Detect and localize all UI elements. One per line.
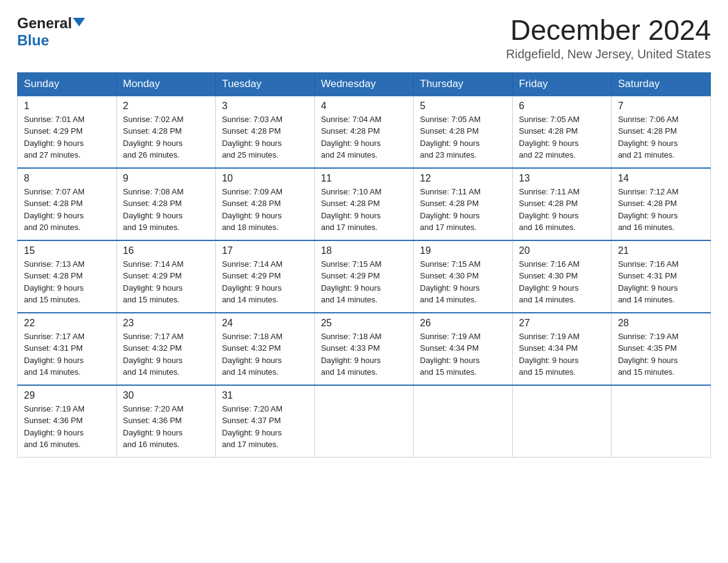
calendar-cell: 1Sunrise: 7:01 AMSunset: 4:29 PMDaylight… [18,96,117,168]
daylight-minutes: and 22 minutes. [519,150,576,159]
day-info: Sunrise: 7:19 AMSunset: 4:36 PMDaylight:… [24,403,110,451]
sunset-label: Sunset: 4:37 PM [222,416,281,425]
sunset-label: Sunset: 4:33 PM [321,343,380,353]
day-info: Sunrise: 7:15 AMSunset: 4:30 PMDaylight:… [420,258,506,306]
day-number: 7 [618,101,704,112]
calendar-cell [314,385,414,458]
sunset-label: Sunset: 4:34 PM [519,343,578,353]
day-info: Sunrise: 7:11 AMSunset: 4:28 PMDaylight:… [420,186,506,234]
day-info: Sunrise: 7:05 AMSunset: 4:28 PMDaylight:… [519,113,605,161]
calendar-cell: 6Sunrise: 7:05 AMSunset: 4:28 PMDaylight… [512,96,612,168]
sunset-label: Sunset: 4:28 PM [24,199,83,208]
daylight-label: Daylight: 9 hours [519,283,579,293]
title-block: December 2024 Ridgefield, New Jersey, Un… [506,15,711,61]
calendar-cell: 23Sunrise: 7:17 AMSunset: 4:32 PMDayligh… [116,313,216,385]
sunrise-label: Sunrise: 7:04 AM [321,115,382,124]
day-info: Sunrise: 7:19 AMSunset: 4:35 PMDaylight:… [618,331,704,378]
day-info: Sunrise: 7:08 AMSunset: 4:28 PMDaylight:… [123,186,210,234]
day-number: 12 [420,173,506,184]
calendar-week-row: 29Sunrise: 7:19 AMSunset: 4:36 PMDayligh… [18,385,711,458]
calendar-week-row: 22Sunrise: 7:17 AMSunset: 4:31 PMDayligh… [18,313,711,385]
day-number: 2 [123,101,210,112]
calendar-table: SundayMondayTuesdayWednesdayThursdayFrid… [17,72,711,458]
calendar-cell: 31Sunrise: 7:20 AMSunset: 4:37 PMDayligh… [216,385,315,458]
day-number: 22 [24,318,110,329]
calendar-cell: 16Sunrise: 7:14 AMSunset: 4:29 PMDayligh… [116,240,216,313]
sunrise-label: Sunrise: 7:11 AM [519,187,580,196]
sunset-label: Sunset: 4:28 PM [123,126,182,136]
sunset-label: Sunset: 4:28 PM [420,199,479,208]
day-info: Sunrise: 7:18 AMSunset: 4:33 PMDaylight:… [321,331,408,378]
sunset-label: Sunset: 4:28 PM [24,271,83,280]
daylight-label: Daylight: 9 hours [321,356,381,365]
day-info: Sunrise: 7:13 AMSunset: 4:28 PMDaylight:… [24,258,110,306]
day-number: 13 [519,173,605,184]
calendar-cell: 18Sunrise: 7:15 AMSunset: 4:29 PMDayligh… [314,240,414,313]
sunset-label: Sunset: 4:28 PM [222,126,281,136]
calendar-cell: 9Sunrise: 7:08 AMSunset: 4:28 PMDaylight… [116,168,216,240]
calendar-week-row: 15Sunrise: 7:13 AMSunset: 4:28 PMDayligh… [18,240,711,313]
sunrise-label: Sunrise: 7:10 AM [321,187,382,196]
sunset-label: Sunset: 4:28 PM [321,199,380,208]
calendar-header-tuesday: Tuesday [216,72,315,96]
daylight-minutes: and 23 minutes. [420,150,477,159]
sunrise-label: Sunrise: 7:20 AM [222,404,282,413]
calendar-cell: 4Sunrise: 7:04 AMSunset: 4:28 PMDaylight… [314,96,414,168]
daylight-label: Daylight: 9 hours [222,356,282,365]
day-info: Sunrise: 7:17 AMSunset: 4:31 PMDaylight:… [24,331,110,378]
sunrise-label: Sunrise: 7:06 AM [618,115,678,124]
day-info: Sunrise: 7:17 AMSunset: 4:32 PMDaylight:… [123,331,210,378]
calendar-cell: 12Sunrise: 7:11 AMSunset: 4:28 PMDayligh… [414,168,513,240]
calendar-cell: 5Sunrise: 7:05 AMSunset: 4:28 PMDaylight… [414,96,513,168]
sunrise-label: Sunrise: 7:20 AM [123,404,184,413]
day-info: Sunrise: 7:04 AMSunset: 4:28 PMDaylight:… [321,113,408,161]
day-number: 9 [123,173,210,184]
calendar-cell: 21Sunrise: 7:16 AMSunset: 4:31 PMDayligh… [612,240,711,313]
day-number: 16 [123,245,210,256]
sunset-label: Sunset: 4:34 PM [420,343,479,353]
day-info: Sunrise: 7:16 AMSunset: 4:30 PMDaylight:… [519,258,605,306]
day-info: Sunrise: 7:01 AMSunset: 4:29 PMDaylight:… [24,113,110,161]
sunset-label: Sunset: 4:28 PM [321,126,380,136]
sunrise-label: Sunrise: 7:09 AM [222,187,282,196]
day-number: 4 [321,101,408,112]
daylight-label: Daylight: 9 hours [24,428,84,437]
day-info: Sunrise: 7:11 AMSunset: 4:28 PMDaylight:… [519,186,605,234]
daylight-label: Daylight: 9 hours [222,283,282,293]
daylight-minutes: and 24 minutes. [321,150,378,159]
calendar-header-sunday: Sunday [18,72,117,96]
daylight-label: Daylight: 9 hours [618,211,678,220]
day-number: 24 [222,318,308,329]
logo-triangle-icon [73,18,85,26]
sunrise-label: Sunrise: 7:17 AM [123,332,184,341]
day-number: 25 [321,318,408,329]
calendar-cell: 7Sunrise: 7:06 AMSunset: 4:28 PMDaylight… [612,96,711,168]
daylight-minutes: and 17 minutes. [420,223,477,232]
daylight-minutes: and 14 minutes. [321,367,378,377]
calendar-cell: 19Sunrise: 7:15 AMSunset: 4:30 PMDayligh… [414,240,513,313]
daylight-label: Daylight: 9 hours [321,139,381,148]
day-number: 10 [222,173,308,184]
sunrise-label: Sunrise: 7:15 AM [420,259,480,269]
sunrise-label: Sunrise: 7:19 AM [420,332,480,341]
daylight-label: Daylight: 9 hours [222,139,282,148]
daylight-minutes: and 14 minutes. [222,295,279,304]
daylight-label: Daylight: 9 hours [420,139,480,148]
daylight-label: Daylight: 9 hours [420,211,480,220]
daylight-minutes: and 15 minutes. [24,295,81,304]
calendar-cell [512,385,612,458]
sunrise-label: Sunrise: 7:12 AM [618,187,678,196]
sunset-label: Sunset: 4:30 PM [519,271,578,280]
sunrise-label: Sunrise: 7:18 AM [222,332,282,341]
day-number: 15 [24,245,110,256]
sunset-label: Sunset: 4:28 PM [420,126,479,136]
daylight-label: Daylight: 9 hours [519,211,579,220]
sunrise-label: Sunrise: 7:19 AM [618,332,678,341]
day-number: 11 [321,173,408,184]
calendar-cell: 15Sunrise: 7:13 AMSunset: 4:28 PMDayligh… [18,240,117,313]
calendar-header-wednesday: Wednesday [314,72,414,96]
daylight-label: Daylight: 9 hours [420,283,480,293]
sunrise-label: Sunrise: 7:19 AM [519,332,580,341]
sunrise-label: Sunrise: 7:01 AM [24,115,85,124]
sunrise-label: Sunrise: 7:05 AM [420,115,480,124]
